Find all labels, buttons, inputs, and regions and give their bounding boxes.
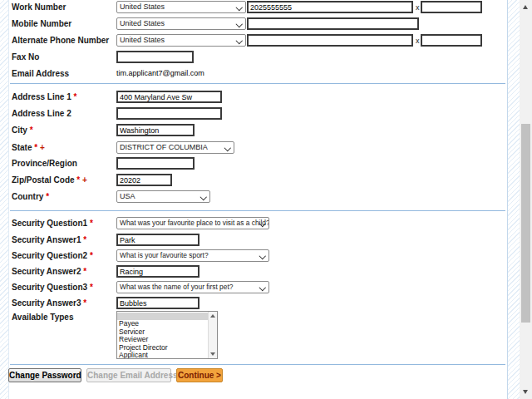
address1-row: Address Line 1 * bbox=[0, 91, 507, 106]
required-marker: * bbox=[83, 235, 86, 244]
security-question1-value: What was your favourite place to visit a… bbox=[120, 219, 269, 227]
security-question3-value: What was the name of your first pet? bbox=[120, 283, 233, 291]
mobile-number-label: Mobile Number bbox=[12, 19, 71, 28]
mobile-number-input[interactable] bbox=[247, 17, 419, 30]
province-label: Province/Region bbox=[12, 159, 77, 168]
country-row: Country * USA bbox=[0, 190, 507, 205]
city-label: City * bbox=[12, 126, 33, 135]
security-answer2-label: Security Answer2 * bbox=[12, 267, 86, 276]
zip-row: Zip/Postal Code * + bbox=[0, 174, 507, 189]
fax-label: Fax No bbox=[12, 52, 39, 62]
state-value: DISTRICT OF COLUMBIA bbox=[120, 143, 208, 151]
chevron-down-icon bbox=[200, 193, 206, 200]
province-row: Province/Region bbox=[0, 157, 507, 172]
required-marker: * bbox=[90, 219, 93, 228]
email-value: tim.applicant7@gmail.com bbox=[116, 69, 204, 77]
scroll-down-icon[interactable] bbox=[210, 352, 215, 356]
address2-row: Address Line 2 bbox=[0, 107, 507, 122]
work-number-ext-input[interactable] bbox=[421, 1, 482, 13]
alternate-phone-country-select[interactable]: United States bbox=[116, 34, 246, 47]
work-number-ext-label: x bbox=[416, 3, 420, 12]
profile-form-page: Work Number United States x Mobile Numbe… bbox=[0, 0, 532, 399]
fax-row: Fax No bbox=[0, 51, 507, 66]
security-question1-row: Security Question1 * What was your favou… bbox=[0, 217, 507, 232]
right-background-stripe bbox=[507, 0, 520, 399]
security-question3-label: Security Question3 * bbox=[12, 283, 93, 292]
alternate-phone-ext-label: x bbox=[416, 37, 420, 45]
security-question2-value: What is your favourite sport? bbox=[120, 251, 209, 259]
page-scrollbar[interactable] bbox=[520, 0, 532, 399]
available-types-label: Available Types bbox=[12, 313, 73, 322]
alternate-phone-ext-input[interactable] bbox=[421, 34, 482, 47]
required-marker: * bbox=[73, 92, 76, 101]
conditional-marker: + bbox=[40, 143, 45, 152]
address1-label: Address Line 1 * bbox=[12, 92, 76, 101]
alternate-phone-label: Alternate Phone Number bbox=[12, 36, 109, 45]
scroll-down-icon[interactable] bbox=[523, 390, 528, 394]
work-number-input[interactable] bbox=[247, 1, 413, 13]
security-question2-label: Security Question2 * bbox=[12, 251, 93, 260]
required-marker: * bbox=[90, 251, 93, 260]
fax-input[interactable] bbox=[116, 51, 194, 63]
zip-input[interactable] bbox=[116, 174, 172, 186]
zip-label: Zip/Postal Code * + bbox=[12, 175, 87, 185]
available-types-listbox[interactable]: Payee Servicer Reviewer Project Director… bbox=[116, 311, 218, 359]
state-row: State * + DISTRICT OF COLUMBIA bbox=[0, 141, 507, 156]
security-question2-row: Security Question2 * What is your favour… bbox=[0, 249, 507, 264]
email-label: Email Address bbox=[12, 69, 69, 78]
province-input[interactable] bbox=[116, 157, 195, 170]
security-answer3-row: Security Answer3 * bbox=[0, 297, 507, 312]
work-number-country-select[interactable]: United States bbox=[116, 1, 246, 13]
security-answer2-row: Security Answer2 * bbox=[0, 265, 507, 280]
required-marker: * bbox=[30, 126, 33, 135]
work-number-row: Work Number United States x bbox=[0, 1, 507, 16]
required-marker: * bbox=[34, 143, 37, 152]
address1-input[interactable] bbox=[116, 91, 222, 103]
listbox-scrollbar[interactable] bbox=[208, 312, 217, 358]
section-divider bbox=[10, 83, 505, 84]
required-marker: * bbox=[76, 175, 80, 185]
section-divider bbox=[10, 210, 505, 211]
city-row: City * bbox=[0, 124, 507, 139]
change-email-address-button: Change Email Address bbox=[86, 368, 171, 382]
chevron-down-icon bbox=[259, 252, 265, 259]
country-label: Country * bbox=[12, 192, 49, 201]
security-answer1-label: Security Answer1 * bbox=[12, 235, 86, 244]
address2-label: Address Line 2 bbox=[12, 109, 71, 118]
security-question1-select[interactable]: What was your favourite place to visit a… bbox=[116, 217, 269, 229]
security-answer2-input[interactable] bbox=[116, 265, 200, 278]
mobile-number-country-select[interactable]: United States bbox=[116, 17, 246, 30]
chevron-down-icon bbox=[259, 283, 265, 290]
email-row: Email Address tim.applicant7@gmail.com bbox=[0, 67, 507, 82]
country-select[interactable]: USA bbox=[116, 190, 210, 203]
security-question1-label: Security Question1 * bbox=[12, 219, 93, 228]
chevron-down-icon bbox=[235, 37, 242, 43]
available-types-row: Available Types bbox=[0, 311, 507, 361]
required-marker: * bbox=[90, 283, 93, 292]
section-divider bbox=[10, 364, 505, 365]
security-question3-select[interactable]: What was the name of your first pet? bbox=[116, 281, 269, 293]
security-question2-select[interactable]: What is your favourite sport? bbox=[116, 249, 269, 262]
work-number-label: Work Number bbox=[12, 2, 66, 12]
list-item[interactable]: Applicant bbox=[117, 352, 208, 358]
security-answer3-label: Security Answer3 * bbox=[12, 298, 86, 308]
scrollbar-thumb[interactable] bbox=[521, 124, 530, 323]
security-answer1-input[interactable] bbox=[116, 234, 200, 246]
conditional-marker: + bbox=[82, 175, 87, 185]
chevron-down-icon bbox=[224, 144, 230, 150]
alternate-phone-row: Alternate Phone Number United States x bbox=[0, 34, 507, 49]
address2-input[interactable] bbox=[116, 107, 222, 120]
required-marker: * bbox=[83, 267, 86, 276]
security-question3-row: Security Question3 * What was the name o… bbox=[0, 281, 507, 296]
scroll-up-icon[interactable] bbox=[210, 314, 215, 318]
required-marker: * bbox=[83, 298, 86, 308]
scroll-up-icon[interactable] bbox=[523, 5, 528, 9]
change-password-button[interactable]: Change Password bbox=[8, 368, 81, 382]
alternate-phone-input[interactable] bbox=[247, 34, 413, 47]
security-answer3-input[interactable] bbox=[116, 297, 200, 309]
state-select[interactable]: DISTRICT OF COLUMBIA bbox=[116, 141, 234, 154]
city-input[interactable] bbox=[116, 124, 195, 136]
state-label: State * + bbox=[12, 143, 45, 152]
continue-button[interactable]: Continue > bbox=[176, 368, 223, 382]
country-value: USA bbox=[120, 192, 135, 200]
